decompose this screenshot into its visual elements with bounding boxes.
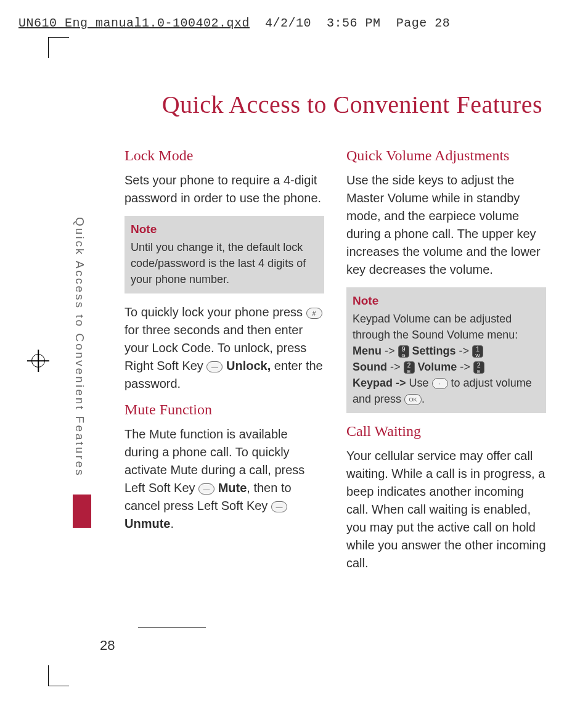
volume-label: Volume [418, 361, 457, 373]
para-lock-steps: To quickly lock your phone press # for t… [125, 303, 324, 393]
footer-rule [138, 627, 206, 628]
arrow: -> [387, 361, 404, 373]
note-title: Note [131, 221, 318, 238]
nav-key-icon: · [432, 378, 448, 389]
softkey-icon: — [271, 501, 287, 512]
ok-key-icon: OK [404, 394, 422, 405]
key-9-icon: 9G [398, 345, 409, 358]
column-left: Lock Mode Sets your phone to require a 4… [125, 147, 324, 581]
side-tab: Quick Access to Convenient Features [73, 217, 94, 562]
page-title: Quick Access to Convenient Features [96, 90, 546, 119]
unmute-label: Unmute [125, 517, 170, 530]
heading-volume: Quick Volume Adjustments [346, 147, 546, 164]
para-mute: The Mute function is available during a … [125, 425, 324, 533]
text: . [422, 393, 425, 405]
text: To quickly lock your phone press [125, 305, 306, 319]
print-header: UN610_Eng_manual1.0-100402.qxd 4/2/10 3:… [18, 16, 450, 30]
header-date: 4/2/10 [265, 16, 311, 30]
note-title: Note [353, 292, 540, 310]
page-number: 28 [100, 638, 115, 654]
heading-call-waiting: Call Waiting [346, 423, 546, 440]
hash-key-icon: # [306, 308, 322, 319]
crop-mark [48, 37, 69, 58]
header-filename: UN610_Eng_manual1.0-100402.qxd [18, 16, 250, 30]
registration-mark [27, 350, 49, 372]
column-right: Quick Volume Adjustments Use the side ke… [346, 147, 546, 581]
keypad-label: Keypad -> [353, 377, 406, 389]
heading-mute: Mute Function [125, 401, 324, 418]
text: . [170, 517, 174, 530]
mute-label: Mute [218, 481, 247, 495]
header-page: Page 28 [396, 16, 451, 30]
note-box-volume: Note Keypad Volume can be adjusted throu… [346, 287, 546, 413]
side-tab-marker [73, 495, 91, 528]
heading-lock-mode: Lock Mode [125, 147, 324, 164]
note-box-lock: Note Until you change it, the default lo… [125, 216, 324, 293]
header-time: 3:56 PM [327, 16, 381, 30]
menu-label: Menu [353, 345, 382, 357]
note-body: Until you change it, the default lock co… [131, 241, 306, 285]
unlock-label: Unlock, [226, 359, 271, 372]
key-2-icon: 2E [473, 361, 484, 374]
note-line: Keypad Volume can be adjusted through th… [353, 313, 518, 341]
softkey-icon: — [206, 361, 223, 372]
key-1-icon: 1W [472, 345, 483, 358]
para-lock-intro: Sets your phone to require a 4-digit pas… [125, 171, 324, 207]
side-tab-label: Quick Access to Convenient Features [73, 217, 86, 488]
sound-label: Sound [353, 361, 387, 373]
softkey-icon: — [198, 483, 214, 495]
settings-label: Settings [412, 345, 456, 357]
para-call-waiting: Your cellular service may offer call wai… [346, 447, 546, 572]
arrow: -> [382, 345, 398, 357]
page-body: Quick Access to Convenient Features Quic… [69, 58, 573, 666]
key-2-icon: 2E [404, 361, 415, 374]
text: Use [409, 377, 432, 389]
para-volume: Use the side keys to adjust the Master V… [346, 171, 546, 279]
arrow: -> [456, 345, 473, 357]
arrow: -> [457, 361, 473, 373]
crop-mark [48, 665, 69, 686]
